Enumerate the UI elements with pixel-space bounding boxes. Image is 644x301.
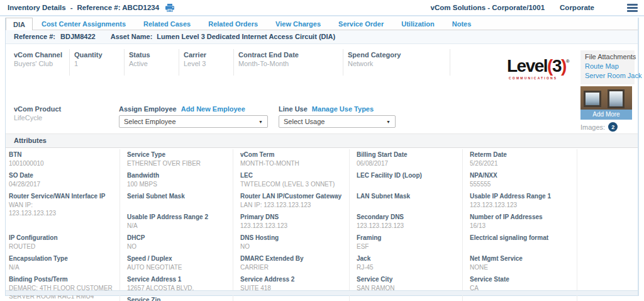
- attribute-value: N/A: [9, 263, 114, 271]
- attribute-value: NO: [127, 242, 228, 251]
- attribute-serial-subnet-mask: Serial Subnet Mask: [120, 191, 233, 212]
- vcom-product-field: vCom Product LifeCycle: [9, 105, 119, 122]
- summary-field-contract-end-date: Contract End DateMonth-To-Month: [233, 49, 343, 76]
- print-icon[interactable]: [165, 4, 174, 12]
- page-reference: Reference #: ABCD1234: [77, 4, 160, 11]
- attribute-label: Net Mgmt Service: [470, 255, 572, 262]
- employee-select[interactable]: Select Employee ▼: [119, 115, 268, 128]
- tab-dia[interactable]: DIA: [6, 18, 33, 30]
- reference-number-value: BDJM8422: [60, 33, 96, 40]
- attribute-ip-configuration: IP ConfigurationROUTED: [6, 232, 120, 253]
- usage-select-value: Select Usage: [284, 118, 325, 125]
- attribute-label: Jack: [357, 255, 457, 262]
- attachment-link-route-map[interactable]: Route Map: [585, 62, 631, 70]
- field-label: Quantity: [74, 51, 119, 59]
- summary-field-spend-category: Spend CategoryNetwork: [343, 49, 450, 76]
- attribute-value: NO: [240, 242, 344, 251]
- attribute-lan-subnet-mask: LAN Subnet Mask: [350, 191, 463, 212]
- attribute-label: Billing Start Date: [357, 151, 457, 158]
- attribute-label: Bandwidth: [127, 172, 228, 179]
- attribute-value: 123.123.123.123: [470, 201, 572, 209]
- asset-name-value: Lumen Level 3 Dedicated Internet Access …: [157, 33, 335, 40]
- field-label: Spend Category: [348, 51, 445, 59]
- attribute-value: WAN IP: 123.123.123.123: [9, 201, 114, 217]
- attribute-net-mgmt-service: Net Mgmt ServiceNONE: [463, 253, 577, 274]
- attribute-so-date: SO Date04/28/2017: [6, 170, 120, 191]
- attachment-links: File Attachments Route MapServer Room Ja…: [580, 50, 635, 84]
- tab-related-orders[interactable]: Related Orders: [199, 18, 267, 30]
- tab-cost-center-assignments[interactable]: Cost Center Assignments: [33, 18, 135, 30]
- attribute-value: RJ-45: [357, 263, 457, 271]
- manage-use-types-link[interactable]: Manage Use Types: [312, 105, 374, 113]
- file-attachments-panel: File Attachments Route MapServer Room Ja…: [580, 50, 635, 132]
- attributes-section-header: Attributes: [6, 133, 638, 148]
- attribute-secondary-dns: Secondary DNS123.123.123.123: [350, 212, 463, 232]
- attribute-router-lan-ip-customer-gateway: Router LAN IP/Customer GatewayLAN IP: 12…: [233, 191, 350, 212]
- attribute-label: Framing: [357, 234, 457, 241]
- carrier-logo-wordmark: Level(3)®: [507, 57, 570, 75]
- product-row: vCom Product LifeCycle Assign Employee A…: [9, 105, 638, 128]
- attribute-value: 123.123.123.123: [357, 222, 457, 230]
- line-use-group: Line Use Manage Use Types Select Usage ▼: [279, 105, 396, 128]
- attribute-empty-cell: [463, 295, 577, 301]
- attribute-primary-dns: Primary DNS123.123.123.123: [233, 212, 350, 232]
- reference-bar: Reference #: BDJM8422 Asset Name: Lumen …: [6, 30, 638, 44]
- attribute-dmarc-extended-by: DMARC Extended ByCARRIER: [233, 253, 350, 274]
- attribute-router-service-wan-interface-ip: Router Service/WAN Interface IPWAN IP: 1…: [6, 191, 120, 232]
- add-new-employee-link[interactable]: Add New Employee: [181, 105, 245, 113]
- tab-notes[interactable]: Notes: [443, 18, 480, 30]
- attachment-link-server-room-jack[interactable]: Server Room Jack: [585, 72, 631, 79]
- attribute-dhcp: DHCPNO: [120, 232, 233, 253]
- images-count-badge: 2: [608, 122, 618, 132]
- attribute-binding-posts-term: Binding Posts/TermDEMARC: 4TH FLOOR CUST…: [6, 274, 120, 301]
- attachment-thumbnail[interactable]: Add More: [580, 86, 632, 120]
- asset-name-label: Asset Name:: [111, 33, 153, 40]
- attribute-reterm-date: Reterm Date5/26/2021: [463, 149, 577, 170]
- attribute-label: LEC Facility ID (Loop): [357, 172, 457, 179]
- usage-select[interactable]: Select Usage ▼: [279, 115, 396, 128]
- attribute-label: Secondary DNS: [357, 213, 457, 220]
- tab-utilization[interactable]: Utilization: [392, 18, 443, 30]
- attribute-bandwidth: Bandwidth100 MBPS: [120, 170, 233, 191]
- hamburger-menu-icon[interactable]: [627, 3, 638, 13]
- attribute-label: Reterm Date: [470, 151, 572, 158]
- tab-bar: DIACost Center AssignmentsRelated CasesR…: [6, 18, 638, 30]
- attribute-empty-cell: [233, 295, 350, 301]
- line-use-label: Line Use: [279, 105, 308, 113]
- field-label: Contract End Date: [238, 51, 338, 59]
- attribute-value: 100 MBPS: [127, 180, 228, 188]
- attribute-value: CARRIER: [240, 263, 344, 271]
- attribute-usable-ip-address-range-1: Usable IP Address Range 1123.123.123.123: [463, 191, 577, 212]
- add-more-button[interactable]: Add More: [580, 110, 632, 120]
- attribute-value: ETHERNET OVER FIBER: [127, 159, 228, 168]
- attribute-btn: BTN1001000010: [6, 149, 120, 170]
- attribute-label: Primary DNS: [240, 213, 344, 220]
- attribute-label: Service State: [470, 276, 572, 283]
- attribute-label: Service City: [357, 276, 457, 283]
- attribute-label: LEC: [240, 172, 344, 179]
- attribute-label: SO Date: [9, 172, 114, 179]
- field-value: Level 3: [184, 60, 206, 67]
- attribute-framing: FramingESF: [350, 232, 463, 253]
- title-separator: -: [70, 4, 73, 11]
- attribute-speed-duplex: Speed / DuplexAUTO NEGOTIATE: [120, 253, 233, 274]
- attribute-billing-start-date: Billing Start Date06/08/2017: [350, 149, 463, 170]
- tab-service-order[interactable]: Service Order: [330, 18, 392, 30]
- attribute-service-type: Service TypeETHERNET OVER FIBER: [120, 149, 233, 170]
- thumbnail-window-shape: [584, 91, 601, 107]
- attribute-number-of-ip-addresses: Number of IP Addresses16/13: [463, 212, 577, 232]
- attribute-label: Serial Subnet Mask: [127, 193, 228, 200]
- inventory-details-panel: DIACost Center AssignmentsRelated CasesR…: [5, 18, 639, 296]
- attribute-label: Encapsulation Type: [9, 255, 114, 262]
- attribute-label: Router Service/WAN Interface IP: [9, 193, 114, 200]
- tab-related-cases[interactable]: Related Cases: [135, 18, 199, 30]
- attribute-value: ROUTED: [9, 242, 114, 251]
- attribute-label: Binding Posts/Term: [9, 276, 114, 283]
- attribute-value: 1001000010: [9, 159, 114, 168]
- attribute-electrical-signaling-format: Electrical signaling format: [463, 232, 577, 253]
- topbar-right-section: vCom Solutions - Corporate/1001 Corporat…: [431, 3, 638, 13]
- tab-view-charges[interactable]: View Charges: [267, 18, 330, 30]
- attribute-value: 16/13: [470, 222, 572, 230]
- field-value: Buyers' Club: [14, 60, 53, 67]
- attribute-value: MONTH-TO-MONTH: [240, 159, 344, 168]
